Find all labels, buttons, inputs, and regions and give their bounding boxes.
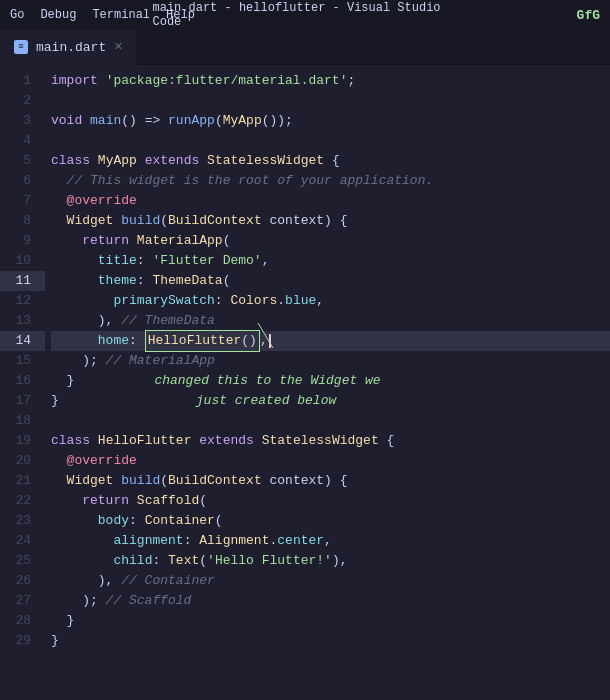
code-line-3: void main() => runApp(MyApp()); [51, 111, 610, 131]
ln-20: 20 [0, 451, 45, 471]
menu-debug[interactable]: Debug [40, 8, 76, 22]
code-line-7: @override [51, 191, 610, 211]
annotation-line2: just created below [196, 391, 336, 411]
ln-14: 14 [0, 331, 45, 351]
code-line-28: } [51, 611, 610, 631]
ln-8: 8 [0, 211, 45, 231]
ln-19: 19 [0, 431, 45, 451]
code-line-6: // This widget is the root of your appli… [51, 171, 610, 191]
code-line-2 [51, 91, 610, 111]
tab-label: main.dart [36, 40, 106, 55]
code-line-15: ); // MaterialApp [51, 351, 610, 371]
code-line-1: import 'package:flutter/material.dart'; [51, 71, 610, 91]
ln-3: 3 [0, 111, 45, 131]
ln-23: 23 [0, 511, 45, 531]
highlight-hello-flutter: HelloFlutter() [145, 330, 260, 352]
code-line-4 [51, 131, 610, 151]
ln-28: 28 [0, 611, 45, 631]
menu-terminal[interactable]: Terminal [92, 8, 150, 22]
ln-12: 12 [0, 291, 45, 311]
ln-26: 26 [0, 571, 45, 591]
editor-area: 1 2 3 4 5 6 7 8 9 10 11 12 13 14 15 16 1… [0, 65, 610, 700]
ln-17: 17 [0, 391, 45, 411]
ln-22: 22 [0, 491, 45, 511]
code-editor[interactable]: import 'package:flutter/material.dart'; … [45, 65, 610, 700]
ln-5: 5 [0, 151, 45, 171]
tab-bar: ≡ main.dart × [0, 30, 610, 65]
menu-go[interactable]: Go [10, 8, 24, 22]
ln-25: 25 [0, 551, 45, 571]
ln-11: 11 [0, 271, 45, 291]
text-cursor [269, 334, 271, 348]
code-line-27: ); // Scaffold [51, 591, 610, 611]
ln-18: 18 [0, 411, 45, 431]
code-line-19: class HelloFlutter extends StatelessWidg… [51, 431, 610, 451]
code-line-22: return Scaffold( [51, 491, 610, 511]
ln-9: 9 [0, 231, 45, 251]
line-numbers-gutter: 1 2 3 4 5 6 7 8 9 10 11 12 13 14 15 16 1… [0, 65, 45, 700]
code-line-24: alignment: Alignment.center, [51, 531, 610, 551]
ln-1: 1 [0, 71, 45, 91]
window-title: main.dart - helloflutter - Visual Studio… [153, 1, 458, 29]
ln-13: 13 [0, 311, 45, 331]
ln-4: 4 [0, 131, 45, 151]
close-tab-button[interactable]: × [114, 39, 122, 55]
ln-29: 29 [0, 631, 45, 651]
ln-6: 6 [0, 171, 45, 191]
ln-15: 15 [0, 351, 45, 371]
title-bar: Go Debug Terminal Help main.dart - hello… [0, 0, 610, 30]
code-line-17: } just created below [51, 391, 610, 411]
file-icon: ≡ [14, 40, 28, 54]
code-line-20: @override [51, 451, 610, 471]
tab-main-dart[interactable]: ≡ main.dart × [0, 30, 138, 65]
code-line-25: child: Text('Hello Flutter!'), [51, 551, 610, 571]
ln-7: 7 [0, 191, 45, 211]
brand-logo: GfG [577, 8, 600, 23]
code-line-12: primarySwatch: Colors.blue, [51, 291, 610, 311]
ln-24: 24 [0, 531, 45, 551]
code-line-9: return MaterialApp( [51, 231, 610, 251]
code-line-21: Widget build(BuildContext context) { [51, 471, 610, 491]
code-line-18 [51, 411, 610, 431]
ln-16: 16 [0, 371, 45, 391]
code-line-10: title: 'Flutter Demo', [51, 251, 610, 271]
code-line-29: } [51, 631, 610, 651]
ln-27: 27 [0, 591, 45, 611]
code-line-13: ), // ThemeData [51, 311, 610, 331]
code-line-11: theme: ThemeData( [51, 271, 610, 291]
ln-21: 21 [0, 471, 45, 491]
ln-10: 10 [0, 251, 45, 271]
code-line-16: } changed this to the Widget we [51, 371, 610, 391]
code-line-14: home: HelloFlutter(), [51, 331, 610, 351]
annotation-line1: changed this to the Widget we [154, 371, 380, 391]
code-line-26: ), // Container [51, 571, 610, 591]
ln-2: 2 [0, 91, 45, 111]
code-line-23: body: Container( [51, 511, 610, 531]
code-line-5: class MyApp extends StatelessWidget { [51, 151, 610, 171]
code-line-8: Widget build(BuildContext context) { [51, 211, 610, 231]
